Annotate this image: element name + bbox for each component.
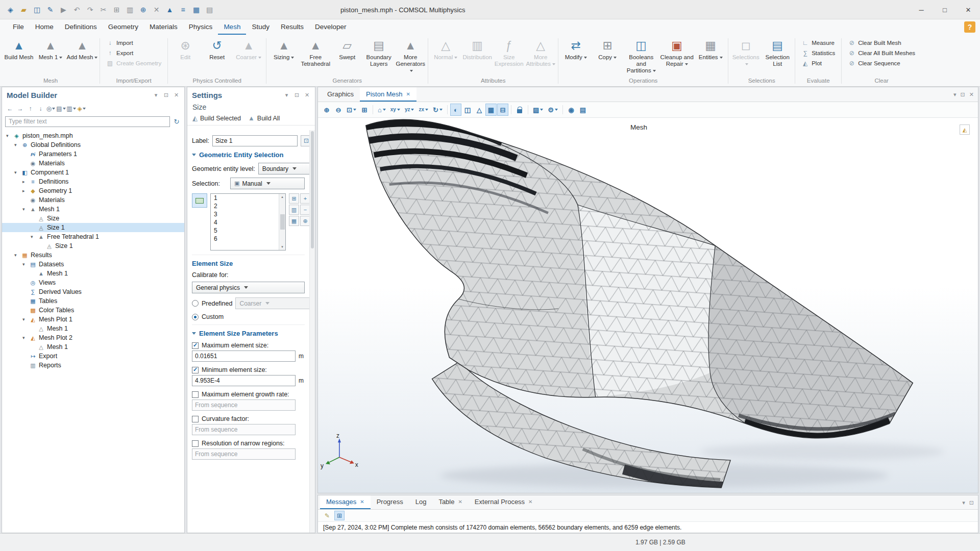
section-header[interactable]: Element Size Parameters [192,330,305,337]
selection-list-button[interactable]: ▤ Selection List [762,36,793,67]
panel-close-icon[interactable]: ✕ [304,92,310,98]
tree-item-materials-global[interactable]: ◉Materials [2,159,184,168]
calibrate-select[interactable]: General physics [192,282,305,293]
edit-button[interactable]: ⊛ Edit [169,36,201,61]
tree-item-reports[interactable]: ▥Reports [2,361,184,370]
add-mesh-button[interactable]: ▲ Add Mesh [66,36,98,61]
print-button[interactable]: ▤ [577,104,589,116]
growth-rate-checkbox[interactable] [192,391,199,398]
tab-graphics[interactable]: Graphics [321,87,360,102]
tab-log[interactable]: Log [409,495,433,509]
default-view-button[interactable]: ⌂ [376,104,388,116]
clear-log-icon[interactable]: ✎ [322,511,332,520]
tabbar-menu-icon[interactable]: ▾ [953,91,957,98]
expander-icon[interactable]: ▾ [22,335,29,340]
build-mesh-button[interactable]: ▲ Build Mesh [3,36,35,61]
more-generators-button[interactable]: ▲ More Generators [395,36,426,74]
copy-icon[interactable]: ⊞ [110,3,123,16]
undo-icon[interactable]: ↶ [70,3,83,16]
expander-icon[interactable]: ▾ [14,142,21,147]
clear-all-built-meshes-button[interactable]: ⊘ Clear All Built Meshes [845,48,918,58]
selection-list-item[interactable]: 4 [211,218,285,227]
expander-icon[interactable]: ▾ [31,234,37,239]
booleans-partitions-button[interactable]: ◫ Booleans and Partitions [623,36,659,74]
selection-list-item[interactable]: 3 [211,210,285,218]
measure-button[interactable]: ∟ Measure [799,38,838,48]
min-element-size-input[interactable] [192,375,296,386]
lock-rotation-button[interactable] [514,104,525,116]
close-icon[interactable]: ✕ [360,499,364,505]
refresh-icon[interactable]: ↻ [172,118,181,126]
node-group-icon[interactable]: ▤ [56,104,66,114]
tabbar-menu-icon[interactable]: ▾ [962,499,965,506]
min-element-size-checkbox[interactable] [192,367,199,373]
wireframe-button[interactable]: △ [474,104,485,116]
tree-item-materials-component[interactable]: ◉Materials [2,195,184,205]
expander-icon[interactable]: ▸ [22,179,29,184]
expander-icon[interactable]: ▾ [14,170,21,175]
tree-item-results[interactable]: ▾▦Results [2,251,184,260]
graphics-canvas[interactable]: z x y Mesh ◭ [318,118,978,493]
tree-item-datasets[interactable]: ▾▤Datasets [2,260,184,269]
save-icon[interactable]: ◫ [31,3,43,16]
rename-label-icon[interactable]: ⊡ [301,135,309,146]
curvature-factor-checkbox[interactable] [192,416,199,422]
open-file-icon[interactable]: ▰ [17,3,30,16]
menu-materials[interactable]: Materials [144,19,183,35]
reset-button[interactable]: ↺ Reset [201,36,233,61]
maximize-button[interactable]: □ [933,0,957,19]
float-window-icon[interactable]: ⊞ [334,511,345,520]
tree-item-global-definitions[interactable]: ▾⊕Global Definitions [2,140,184,149]
plot-button[interactable]: ◭ Plot [799,58,838,68]
custom-radio[interactable] [192,314,199,320]
environment-button[interactable]: ⚙ [546,104,560,116]
tree-item-size-1-sub[interactable]: ◬Size 1 [2,241,184,251]
tab-progress[interactable]: Progress [371,495,409,509]
add-node-icon[interactable]: ⊕ [137,3,150,16]
modify-button[interactable]: ⇄ Modify [560,36,592,61]
copy-operation-button[interactable]: ⊞ Copy [592,36,623,61]
more-attributes-button[interactable]: △ More Attributes [525,36,556,67]
panel-float-icon[interactable]: ⊡ [163,92,169,98]
tree-item-mesh-1[interactable]: ▾▲Mesh 1 [2,205,184,214]
orthographic-button[interactable]: ⊟ [497,104,508,116]
add-to-selection-button[interactable]: + [300,193,309,204]
clear-built-mesh-button[interactable]: ⊘ Clear Built Mesh [845,38,918,48]
tab-messages[interactable]: Messages✕ [320,495,371,509]
close-icon[interactable]: ✕ [406,91,410,97]
zoom-to-selection-button[interactable]: ⊕ [300,216,309,226]
tree-item-geometry-1[interactable]: ▸◆Geometry 1 [2,186,184,195]
tree-item-tables[interactable]: ▦Tables [2,296,184,306]
close-button[interactable]: ✕ [957,0,980,19]
tree-item-size[interactable]: ◬Size [2,214,184,223]
tree-item-mesh-plot-2[interactable]: ▾◭Mesh Plot 2 [2,333,184,342]
tree-item-size-1[interactable]: ◬Size 1 [2,223,184,232]
expander-icon[interactable]: ▾ [14,253,21,258]
menu-definitions[interactable]: Definitions [59,19,103,35]
tree-item-definitions[interactable]: ▸≡Definitions [2,177,184,186]
tree-item-mesh-1-plot2[interactable]: △Mesh 1 [2,342,184,352]
selection-list-item[interactable]: 6 [211,235,285,243]
menu-home[interactable]: Home [30,19,59,35]
snapshot-button[interactable]: ◉ [566,104,577,116]
selection-list-item[interactable]: 2 [211,202,285,210]
tree-settings-icon[interactable]: ◈ [77,104,86,114]
paste-selection-button[interactable]: ▥ [289,205,299,215]
menu-mesh[interactable]: Mesh [218,19,246,35]
remove-from-selection-button[interactable]: − [300,205,309,215]
swept-button[interactable]: ▱ Swept [331,36,363,61]
predefined-radio[interactable] [192,300,199,307]
build-all-icon[interactable]: ▲ [163,3,176,16]
tree-item-derived-values[interactable]: ∑Derived Values [2,287,184,296]
tree-item-piston-mesh-mph[interactable]: ▾◈piston_mesh.mph [2,131,184,140]
zoom-box-button[interactable]: ⊞ [359,104,370,116]
expander-icon[interactable]: ▾ [22,262,29,267]
zoom-extents-button[interactable]: ⊡ [345,104,358,116]
move-up-icon[interactable]: ↑ [26,104,35,114]
tabbar-close-icon[interactable]: ✕ [969,91,974,98]
help-button[interactable]: ? [964,21,975,33]
free-tetrahedral-button[interactable]: ▲ Free Tetrahedral [300,36,331,67]
tree-item-component-1[interactable]: ▾◧Component 1 [2,168,184,177]
tree-item-mesh-1-dataset[interactable]: ▲Mesh 1 [2,269,184,278]
build-selected-button[interactable]: ◭Build Selected [192,114,241,122]
